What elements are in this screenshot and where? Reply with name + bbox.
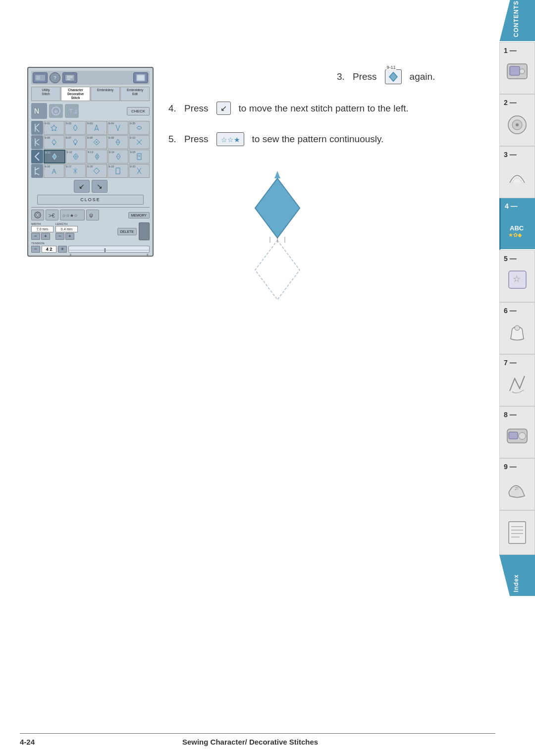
step-3-press: Press [353, 71, 377, 82]
stitch-9-07[interactable]: 9-07 [65, 135, 86, 149]
selector-3[interactable]: ⊤⊥ [65, 104, 79, 118]
stitch-9-04[interactable]: 9-04 [107, 121, 128, 135]
stitch-9-13[interactable]: 9-13 [87, 150, 107, 163]
main-selector[interactable]: N [31, 103, 47, 119]
stitch-9-10[interactable]: 9-10 [129, 135, 150, 149]
tab-8-num: 8 — [504, 411, 517, 419]
memory-button[interactable]: MEMORY [128, 212, 150, 218]
row-selector-2[interactable] [31, 135, 43, 149]
bottom-icon-2[interactable]: >€ [46, 210, 58, 220]
panel-tab-utility[interactable]: UtilityStitch [31, 87, 60, 101]
tension-section: TENSION − 4 2 + 0 9 [31, 242, 150, 253]
step-4-button[interactable]: ↙ [216, 102, 231, 115]
stitch-9-11[interactable]: 9-11 [44, 150, 65, 163]
length-control: LENGTH 0.4 mm − + [55, 222, 78, 240]
row-selector-3[interactable] [31, 150, 43, 163]
svg-text:⊕: ⊕ [54, 109, 58, 114]
tension-bar: 0 9 [68, 246, 150, 253]
top-controls: N ⊕ ⊤⊥ CHECK [31, 103, 150, 119]
length-pm: − + [55, 233, 78, 240]
row-selector-1[interactable] [31, 121, 43, 135]
svg-point-12 [519, 432, 526, 439]
width-plus[interactable]: + [41, 233, 50, 240]
step-3-button[interactable]: 9-11 [385, 69, 402, 84]
nav-buttons: ↙ ↘ [31, 180, 150, 193]
footer-title: Sewing Character/ Decorative Stitches [35, 738, 466, 746]
svg-text:☆☆★: ☆☆★ [221, 136, 240, 144]
tension-minus[interactable]: − [31, 246, 40, 253]
stitch-9-02[interactable]: 9-02 [65, 121, 86, 135]
sidebar-tab-notes[interactable] [499, 510, 535, 555]
step-4-suffix: to move the next stitch pattern to the l… [239, 103, 409, 114]
sidebar-tab-6[interactable]: 6 — [499, 302, 535, 354]
header-icon-1[interactable] [33, 72, 48, 83]
sidebar-tab-8[interactable]: 8 — [499, 406, 535, 458]
stitch-9-19[interactable]: 9-19 [107, 164, 128, 178]
nav-down-button[interactable]: ↘ [92, 180, 107, 193]
stitch-9-14[interactable]: 9-14 [108, 150, 129, 163]
check-button[interactable]: CHECK [127, 107, 150, 115]
tab-notes-icon [505, 519, 530, 546]
close-button[interactable]: CLOSE [37, 195, 144, 205]
tab-7-num: 7 — [504, 359, 517, 367]
width-label: WIDTH [31, 222, 54, 225]
svg-rect-27 [137, 75, 144, 80]
length-plus[interactable]: + [65, 233, 74, 240]
stitch-9-20[interactable]: 9-20 [129, 164, 150, 178]
selector-2[interactable]: ⊕ [49, 104, 63, 118]
machine-panel: ? UtilityStitch CharacterDecorativeStitc… [27, 67, 154, 257]
step-3-num: 3. [337, 71, 348, 82]
sidebar-tab-contents[interactable]: CONTENTS [499, 0, 535, 42]
stitch-9-08[interactable]: 9-08 [86, 135, 107, 149]
stitch-9-03[interactable]: 9-03 [86, 121, 107, 135]
row-selector-4[interactable] [31, 164, 43, 178]
stitch-9-15[interactable]: 9-15 [129, 150, 150, 163]
tension-plus[interactable]: + [58, 246, 67, 253]
stitch-9-01[interactable]: 9-01 [44, 121, 64, 135]
stitch-9-12[interactable]: 9-12 [66, 150, 87, 163]
width-minus[interactable]: − [31, 233, 40, 240]
header-icon-4[interactable] [133, 72, 148, 83]
tension-display: 4 2 [42, 246, 56, 253]
panel-tab-edit[interactable]: EmbroideryEdit [120, 87, 150, 101]
stitch-9-17[interactable]: 9-17 [65, 164, 86, 178]
step-5-press: Press [184, 134, 209, 145]
instructions-area: 3. Press 9-11 again. 4. Press ↙ to move … [168, 69, 530, 304]
sidebar-tab-index[interactable]: Index [499, 555, 535, 597]
measurement-section: WIDTH 7.0 mm − + LENGTH 0.4 mm − + DELET… [31, 222, 150, 240]
sidebar-tab-7[interactable]: 7 — [499, 354, 535, 406]
step-5-suffix: to sew the pattern continuously. [252, 134, 384, 145]
bottom-icon-4[interactable]: ψ [86, 210, 99, 220]
stitch-repeat-icon[interactable]: ☆☆★☆ [60, 210, 85, 220]
tab-9-num: 9 — [504, 463, 517, 471]
nav-left-button[interactable]: ↙ [74, 180, 90, 193]
tab-7-icon [505, 371, 530, 398]
svg-point-10 [515, 325, 520, 330]
bottom-icons: >€ ☆☆★☆ ψ MEMORY [31, 210, 150, 220]
header-icon-3[interactable] [62, 72, 77, 83]
side-control[interactable] [139, 222, 150, 240]
step-5-num: 5. [168, 134, 179, 145]
tab-6-icon [505, 319, 530, 346]
delete-button[interactable]: DELETE [117, 228, 137, 235]
stitch-9-16[interactable]: 9-16 [44, 164, 64, 178]
panel-tab-character[interactable]: CharacterDecorativeStitch [61, 87, 90, 101]
stitch-9-06[interactable]: 9-06 [44, 135, 64, 149]
stitch-9-18[interactable]: 9-18 [86, 164, 107, 178]
panel-header: ? [31, 71, 150, 85]
tab-8-icon [505, 423, 530, 450]
sidebar-tab-9[interactable]: 9 — 2! [499, 458, 535, 510]
svg-rect-15 [509, 522, 526, 543]
bottom-icon-1[interactable] [31, 210, 44, 220]
panel-tabs: UtilityStitch CharacterDecorativeStitch … [31, 87, 150, 101]
svg-text:N: N [34, 107, 39, 115]
width-display: 7.0 mm [31, 226, 54, 232]
stitch-9-09[interactable]: 9-09 [107, 135, 128, 149]
stitch-pattern-svg [228, 168, 327, 307]
header-icon-2[interactable]: ? [50, 72, 60, 83]
stitch-9-35[interactable]: 9-35 [129, 121, 150, 135]
tension-label: TENSION [31, 242, 150, 245]
length-minus[interactable]: − [55, 233, 64, 240]
step-5-button[interactable]: ☆☆★ [216, 132, 244, 146]
panel-tab-embroidery[interactable]: Embroidery [91, 87, 120, 101]
